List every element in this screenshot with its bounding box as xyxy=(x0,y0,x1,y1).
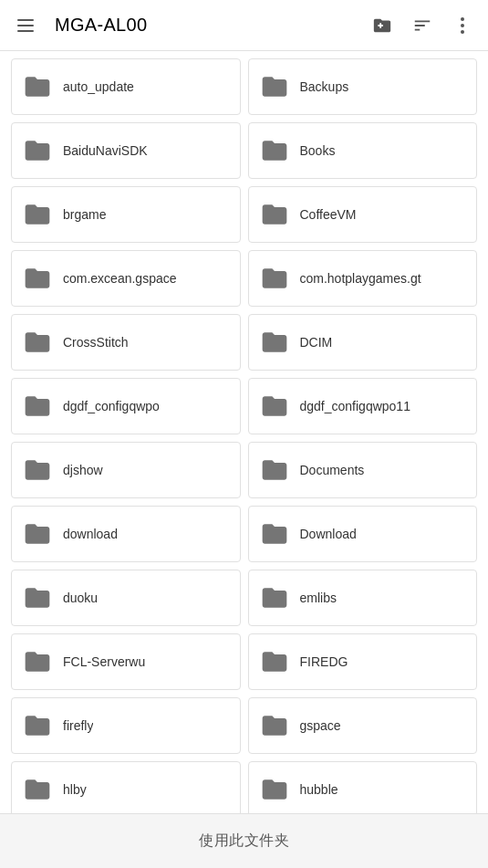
folder-name: DCIM xyxy=(300,335,333,350)
folder-icon xyxy=(260,328,289,357)
sort-button[interactable] xyxy=(404,7,441,44)
folder-name: com.excean.gspace xyxy=(63,271,177,286)
folder-name: BaiduNaviSDK xyxy=(63,143,148,158)
folder-item[interactable]: CoffeeVM xyxy=(248,186,478,243)
folder-name: auto_update xyxy=(63,79,134,94)
folder-name: Backups xyxy=(300,79,349,94)
folder-item[interactable]: auto_update xyxy=(11,58,241,115)
folder-icon xyxy=(260,583,289,612)
folder-item[interactable]: emlibs xyxy=(248,570,478,626)
folder-name: hubble xyxy=(300,782,338,797)
folder-item[interactable]: Books xyxy=(248,122,478,179)
add-folder-button[interactable] xyxy=(364,7,400,44)
header: MGA-AL00 xyxy=(0,0,488,51)
folder-name: duoku xyxy=(63,591,98,605)
folder-icon xyxy=(260,392,289,421)
folder-icon xyxy=(260,200,289,229)
folder-item[interactable]: dgdf_configqwpo11 xyxy=(248,378,478,434)
folder-name: firefly xyxy=(63,718,93,733)
menu-button[interactable] xyxy=(7,7,44,44)
folder-icon xyxy=(23,519,52,549)
folder-name: emlibs xyxy=(300,591,337,605)
folder-name: CrossStitch xyxy=(63,335,129,350)
folder-icon xyxy=(260,775,289,804)
folder-icon xyxy=(23,264,52,293)
bottom-bar[interactable]: 使用此文件夹 xyxy=(0,813,488,868)
folder-name: dgdf_configqwpo11 xyxy=(300,399,410,413)
folder-grid: auto_update Backups BaiduNaviSDK Books b… xyxy=(0,51,488,813)
folder-icon xyxy=(260,72,289,101)
folder-icon xyxy=(23,583,52,612)
folder-item[interactable]: brgame xyxy=(11,186,241,243)
sort-icon xyxy=(412,16,432,36)
folder-icon xyxy=(260,519,289,549)
header-left: MGA-AL00 xyxy=(7,7,147,44)
more-options-button[interactable] xyxy=(444,7,481,44)
folder-icon xyxy=(23,455,52,485)
folder-icon xyxy=(23,136,52,165)
folder-name: dgdf_configqwpo xyxy=(63,399,160,413)
folder-item[interactable]: FCL-Serverwu xyxy=(11,633,241,690)
folder-icon xyxy=(23,392,52,421)
folder-item[interactable]: firefly xyxy=(11,697,241,754)
folder-item[interactable]: download xyxy=(11,506,241,562)
folder-icon xyxy=(260,647,289,676)
folder-name: Download xyxy=(300,527,357,541)
folder-icon xyxy=(260,711,289,740)
folder-item[interactable]: CrossStitch xyxy=(11,314,241,371)
folder-icon xyxy=(260,455,289,485)
folder-item[interactable]: gspace xyxy=(248,697,478,754)
folder-name: FIREDG xyxy=(300,654,348,669)
folder-icon xyxy=(260,136,289,165)
folder-name: hlby xyxy=(63,782,87,797)
folder-item[interactable]: djshow xyxy=(11,442,241,498)
folder-name: brgame xyxy=(63,207,106,222)
folder-item[interactable]: Backups xyxy=(248,58,478,115)
folder-item[interactable]: FIREDG xyxy=(248,633,478,690)
folder-icon xyxy=(23,647,52,676)
folder-item[interactable]: BaiduNaviSDK xyxy=(11,122,241,179)
folder-item[interactable]: hlby xyxy=(11,761,241,813)
folder-name: Books xyxy=(300,143,336,158)
header-right xyxy=(364,7,481,44)
folder-icon xyxy=(23,711,52,740)
add-folder-icon xyxy=(372,16,392,36)
folder-name: CoffeeVM xyxy=(300,207,357,222)
folder-item[interactable]: com.excean.gspace xyxy=(11,250,241,307)
folder-item[interactable]: com.hotplaygames.gt xyxy=(248,250,478,307)
folder-icon xyxy=(23,200,52,229)
page-title: MGA-AL00 xyxy=(55,15,147,36)
hamburger-icon xyxy=(12,14,39,37)
folder-name: Documents xyxy=(300,463,365,477)
folder-item[interactable]: DCIM xyxy=(248,314,478,371)
folder-name: download xyxy=(63,527,118,541)
folder-name: djshow xyxy=(63,463,103,477)
folder-item[interactable]: Download xyxy=(248,506,478,562)
folder-icon xyxy=(260,264,289,293)
more-icon xyxy=(453,10,472,41)
folder-icon xyxy=(23,72,52,101)
folder-icon xyxy=(23,775,52,804)
folder-icon xyxy=(23,328,52,357)
folder-item[interactable]: dgdf_configqwpo xyxy=(11,378,241,434)
folder-name: FCL-Serverwu xyxy=(63,654,145,669)
use-folder-button[interactable]: 使用此文件夹 xyxy=(199,831,289,851)
folder-name: com.hotplaygames.gt xyxy=(300,271,421,286)
folder-item[interactable]: duoku xyxy=(11,570,241,626)
folder-name: gspace xyxy=(300,718,341,733)
folder-item[interactable]: hubble xyxy=(248,761,478,813)
folder-item[interactable]: Documents xyxy=(248,442,478,498)
